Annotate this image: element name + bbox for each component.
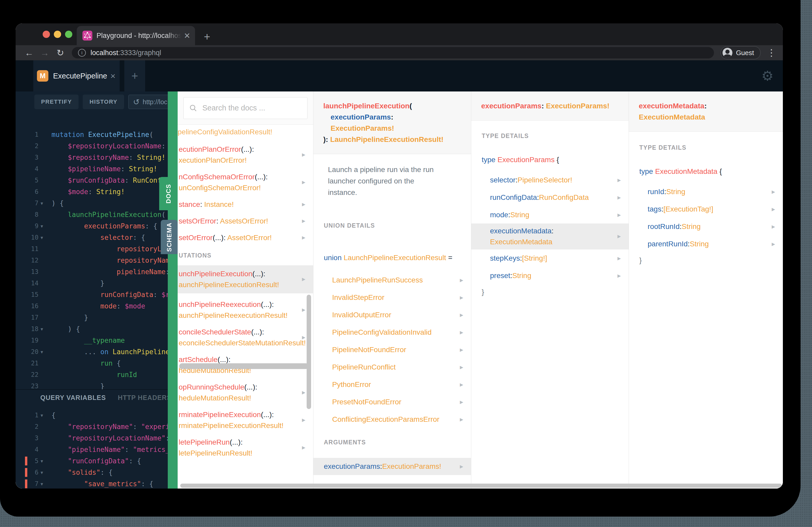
chevron-right-icon[interactable]: ▶	[772, 206, 775, 212]
docs-list-item[interactable]: letePipelineRun(...):letePipelineRunResu…	[178, 437, 313, 459]
chevron-right-icon[interactable]: ▶	[302, 199, 305, 210]
schema-side-tab[interactable]: SCHEMA	[161, 220, 178, 254]
docs-side-tab[interactable]: DOCS	[159, 177, 178, 210]
code-line[interactable]: 11 repositoryLocationName: $repositoryLo…	[16, 243, 168, 255]
type-field[interactable]: stepKeys: [String!]▶	[471, 250, 629, 267]
docs-list-item[interactable]: setsOrError: AssetsOrError!▶	[178, 216, 313, 227]
history-button[interactable]: HISTORY	[83, 94, 124, 109]
chevron-right-icon[interactable]: ▶	[302, 415, 305, 426]
union-member[interactable]: ConflictingExecutionParamsError▶	[314, 410, 471, 428]
fold-caret-icon[interactable]: ▾	[39, 326, 52, 332]
docs-hscrollbar[interactable]	[180, 484, 782, 488]
endpoint-reload-icon[interactable]: ↺	[133, 97, 140, 107]
chevron-right-icon[interactable]: ▶	[460, 464, 463, 469]
profile-button[interactable]: Guest	[721, 46, 760, 59]
docs-column1-hscrollbar[interactable]	[179, 363, 309, 369]
code-line[interactable]: 17 }	[16, 312, 168, 323]
code-line[interactable]: 1mutation ExecutePipeline(	[16, 129, 168, 140]
fold-caret-icon[interactable]: ▾	[39, 235, 52, 241]
chevron-right-icon[interactable]: ▶	[302, 304, 305, 315]
chevron-right-icon[interactable]: ▶	[302, 149, 305, 160]
code-line[interactable]: 23 }	[16, 380, 168, 389]
code-line[interactable]: 15 runConfigData: $runConfigData	[16, 289, 168, 300]
code-line[interactable]: 10▾ selector: {	[16, 232, 168, 243]
docs-list-item[interactable]: ecutionPlanOrError(...):xecutionPlanOrEr…	[178, 144, 313, 166]
variables-line[interactable]: 2 "repositoryName": "experiments"	[16, 421, 168, 433]
fold-caret-icon[interactable]: ▾	[39, 412, 52, 418]
chevron-right-icon[interactable]: ▶	[618, 212, 621, 217]
type-field[interactable]: runId: String▶	[629, 183, 783, 200]
chevron-right-icon[interactable]: ▶	[302, 216, 305, 227]
site-info-icon[interactable]: i	[78, 49, 86, 57]
code-line[interactable]: 5 $runConfigData: RunConfigData!	[16, 175, 168, 186]
prettify-button[interactable]: PRETTIFY	[34, 94, 78, 109]
code-line[interactable]: 18▾ ) {	[16, 323, 168, 335]
reload-icon[interactable]: ↻	[54, 48, 67, 58]
docs-list-item[interactable]: unchPipelineReexecution(...):aunchPipeli…	[178, 299, 313, 321]
url-bar[interactable]: i localhost:3333/graphql	[72, 47, 714, 59]
code-line[interactable]: 6 $mode: String!	[16, 186, 168, 197]
chevron-right-icon[interactable]: ▶	[460, 417, 463, 422]
union-member[interactable]: LaunchPipelineRunSuccess▶	[314, 271, 471, 289]
chevron-right-icon[interactable]: ▶	[460, 382, 463, 387]
chevron-right-icon[interactable]: ▶	[302, 332, 305, 343]
fold-caret-icon[interactable]: ▾	[39, 349, 52, 355]
union-member[interactable]: InvalidStepError▶	[314, 289, 471, 306]
zoom-window-button[interactable]	[65, 31, 72, 38]
type-field[interactable]: parentRunId: String▶	[629, 235, 783, 253]
union-member[interactable]: PipelineConfigValidationInvalid▶	[314, 323, 471, 341]
type-field[interactable]: selector: PipelineSelector!▶	[471, 171, 629, 189]
minimize-window-button[interactable]	[54, 31, 61, 38]
chevron-right-icon[interactable]: ▶	[302, 177, 305, 188]
code-line[interactable]: 8 launchPipelineExecution(	[16, 209, 168, 220]
docs-list-item[interactable]: rminatePipelineExecution(...):rminatePip…	[178, 409, 313, 431]
chevron-right-icon[interactable]: ▶	[618, 177, 621, 183]
tab-query-variables[interactable]: QUERY VARIABLES	[40, 394, 106, 402]
code-line[interactable]: 16 mode: $mode	[16, 300, 168, 312]
chevron-right-icon[interactable]: ▶	[302, 442, 305, 453]
new-tab-button[interactable]: +	[199, 29, 215, 45]
chevron-right-icon[interactable]: ▶	[618, 273, 621, 278]
docs-list-item[interactable]: stance: Instance!▶	[178, 199, 313, 210]
code-line[interactable]: 14 }	[16, 277, 168, 289]
docs-list-item[interactable]: nConfigSchemaOrError(...):unConfigSchema…	[178, 171, 313, 193]
docs-search-input[interactable]	[202, 103, 302, 112]
chevron-right-icon[interactable]: ▶	[618, 195, 621, 200]
docs-column1-vscrollbar[interactable]	[307, 295, 311, 409]
type-field[interactable]: executionMetadata:ExecutionMetadata▶	[471, 224, 629, 250]
fold-caret-icon[interactable]: ▾	[39, 200, 52, 206]
new-session-button[interactable]: +	[124, 60, 145, 91]
docs-list-item[interactable]: unchPipelineExecution(...):aunchPipeline…	[178, 265, 313, 293]
code-line[interactable]: 20▾ ... on LaunchPipelineRunSuccess {	[16, 346, 168, 358]
code-line[interactable]: 7▾) {	[16, 197, 168, 209]
code-line[interactable]: 21 run {	[16, 358, 168, 369]
variables-editor[interactable]: 1▾{2 "repositoryName": "experiments"3 "r…	[16, 405, 168, 488]
session-tab[interactable]: M ExecutePipeline ×	[33, 60, 120, 91]
variables-line[interactable]: 6▾ "solids": {	[16, 467, 168, 478]
query-editor[interactable]: 1mutation ExecutePipeline(2 $repositoryL…	[16, 112, 168, 389]
close-session-icon[interactable]: ×	[110, 71, 115, 81]
code-line[interactable]: 9▾ executionParams: {	[16, 220, 168, 232]
code-line[interactable]: 22 runId	[16, 369, 168, 380]
docs-search-box[interactable]	[183, 97, 307, 119]
type-field[interactable]: tags: [ExecutionTag!]▶	[629, 200, 783, 218]
close-window-button[interactable]	[43, 31, 50, 38]
endpoint-input[interactable]: ↺ http://loc	[128, 94, 168, 109]
code-line[interactable]: 4 $pipelineName: String!	[16, 163, 168, 175]
argument-row[interactable]: executionParams: ExecutionParams!▶	[314, 458, 471, 475]
browser-tab[interactable]: Playground - http://localhost:3 ✕	[77, 26, 195, 45]
fold-caret-icon[interactable]: ▾	[39, 223, 52, 229]
chevron-right-icon[interactable]: ▶	[618, 255, 621, 261]
chevron-right-icon[interactable]: ▶	[460, 364, 463, 370]
chevron-right-icon[interactable]: ▶	[460, 347, 463, 352]
fold-caret-icon[interactable]: ▾	[39, 481, 52, 487]
chevron-right-icon[interactable]: ▶	[772, 241, 775, 246]
union-member[interactable]: PythonError▶	[314, 376, 471, 393]
settings-gear-icon[interactable]: ⚙	[761, 60, 773, 91]
chevron-right-icon[interactable]: ▶	[460, 312, 463, 318]
union-member[interactable]: InvalidOutputError▶	[314, 306, 471, 323]
union-member[interactable]: PresetNotFoundError▶	[314, 393, 471, 410]
chevron-right-icon[interactable]: ▶	[460, 295, 463, 300]
union-member[interactable]: PipelineNotFoundError▶	[314, 341, 471, 358]
fold-caret-icon[interactable]: ▾	[39, 458, 52, 464]
